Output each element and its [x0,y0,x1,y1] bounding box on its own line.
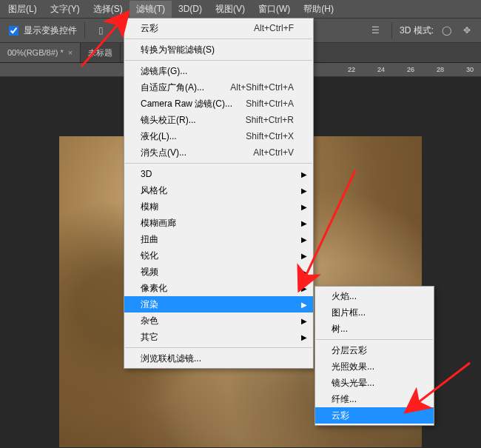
menu-item-shortcut: Shift+Ctrl+A [246,98,294,109]
submenu-item-flame[interactable]: 火焰... [315,288,434,304]
menu-item-label: 云彩 [332,409,349,422]
chevron-right-icon: ▶ [301,203,307,211]
transform-label: 显示变换控件 [24,24,77,37]
render-submenu: 火焰... 图片框... 树... 分层云彩 光照效果... 镜头光晕... 纤… [314,286,434,426]
menu-type[interactable]: 文字(Y) [44,1,87,18]
menu-item-vanishing-point[interactable]: 消失点(V)... Alt+Ctrl+V [124,144,313,161]
menu-layer[interactable]: 图层(L) [1,1,44,18]
submenu-item-difference-clouds[interactable]: 分层云彩 [315,342,434,358]
menu-help[interactable]: 帮助(H) [297,1,340,18]
mode-label: 3D 模式: [400,24,434,37]
menu-item-video[interactable]: 视频▶ [124,264,313,280]
submenu-item-tree[interactable]: 树... [315,321,434,337]
tab-document-1[interactable]: 00%(RGB/8#) * × [0,43,81,62]
align-left-icon[interactable]: ▯ [92,22,109,39]
orbit-icon[interactable]: ◯ [438,22,454,39]
menu-item-label: 3D [141,169,152,179]
menu-item-noise[interactable]: 杂色▶ [124,312,313,329]
menu-item-3d[interactable]: 3D▶ [124,166,313,182]
menu-item-label: 其它 [141,331,158,344]
menu-item-label: 杂色 [141,315,158,327]
menu-item-stylize[interactable]: 风格化▶ [124,182,313,198]
menu-item-label: 锐化 [141,250,158,262]
menubar: 图层(L) 文字(Y) 选择(S) 滤镜(T) 3D(D) 视图(V) 窗口(W… [0,0,481,19]
show-transform-controls-checkbox[interactable]: 显示变换控件 [6,24,77,38]
menu-item-label: 消失点(V)... [141,147,186,159]
chevron-right-icon: ▶ [301,170,307,178]
tab-label: 00%(RGB/8#) * [7,48,64,57]
ruler-tick: 30 [466,66,474,73]
menu-item-filter-gallery[interactable]: 滤镜库(G)... [124,63,313,79]
menu-item-label: 树... [332,323,348,335]
menu-item-label: 镜头光晕... [332,377,374,390]
chevron-right-icon: ▶ [301,317,307,325]
menu-item-label: 火焰... [332,290,357,303]
chevron-right-icon: ▶ [301,235,307,244]
menu-item-adaptive-wide-angle[interactable]: 自适应广角(A)... Alt+Shift+Ctrl+A [124,79,313,96]
chevron-right-icon: ▶ [301,268,307,276]
menu-item-shortcut: Alt+Shift+Ctrl+A [230,82,294,93]
close-icon[interactable]: × [68,48,73,57]
menu-item-label: 模糊画廊 [141,217,176,230]
menu-window[interactable]: 窗口(W) [252,1,297,18]
menu-item-label: 扭曲 [141,233,158,246]
menu-item-pixelate[interactable]: 像素化▶ [124,280,313,296]
menu-item-label: 液化(L)... [141,130,177,143]
submenu-item-clouds[interactable]: 云彩 [315,407,434,424]
menu-item-label: 渲染 [141,298,158,311]
ruler-tick: 28 [437,66,444,73]
menu-item-shortcut: Shift+Ctrl+R [246,115,294,125]
menu-item-shortcut: Alt+Ctrl+V [253,147,294,158]
menu-item-label: 浏览联机滤镜... [141,352,201,365]
menu-item-label: 滤镜库(G)... [141,65,187,78]
menu-item-render[interactable]: 渲染▶ [124,296,313,312]
menu-item-last-filter[interactable]: 云彩 Alt+Ctrl+F [124,20,313,36]
ruler-tick: 26 [407,66,414,73]
tab-label: 未标题 [88,47,112,58]
filter-menu: 云彩 Alt+Ctrl+F 转换为智能滤镜(S) 滤镜库(G)... 自适应广角… [124,18,314,369]
menu-item-distort[interactable]: 扭曲▶ [124,231,313,247]
align-icon[interactable]: ☰ [368,22,384,39]
menu-item-liquify[interactable]: 液化(L)... Shift+Ctrl+X [124,128,313,144]
menu-item-other[interactable]: 其它▶ [124,329,313,345]
menu-item-label: 光照效果... [332,361,374,373]
chevron-right-icon: ▶ [301,219,307,227]
menu-item-label: 视频 [141,266,158,278]
chevron-right-icon: ▶ [301,284,307,292]
menu-filter[interactable]: 滤镜(T) [130,1,172,18]
menu-item-blur-gallery[interactable]: 模糊画廊▶ [124,215,313,231]
menu-item-label: 像素化 [141,282,167,295]
menu-item-label: 转换为智能滤镜(S) [141,44,215,56]
menu-select[interactable]: 选择(S) [87,1,130,18]
menu-item-convert-smart[interactable]: 转换为智能滤镜(S) [124,41,313,58]
menu-item-browse-online[interactable]: 浏览联机滤镜... [124,350,313,367]
menu-item-lens-correction[interactable]: 镜头校正(R)... Shift+Ctrl+R [124,112,313,128]
chevron-right-icon: ▶ [301,333,307,341]
menu-item-label: 风格化 [141,184,167,197]
menu-item-sharpen[interactable]: 锐化▶ [124,247,313,264]
submenu-item-lighting-effects[interactable]: 光照效果... [315,358,434,375]
submenu-item-picture-frame[interactable]: 图片框... [315,304,434,321]
menu-item-camera-raw[interactable]: Camera Raw 滤镜(C)... Shift+Ctrl+A [124,96,313,112]
menu-view[interactable]: 视图(V) [209,1,252,18]
ruler-tick: 24 [377,66,385,73]
chevron-right-icon: ▶ [301,301,307,309]
menu-item-label: 图片框... [332,307,366,319]
menu-item-label: 纤维... [332,393,357,406]
submenu-item-lens-flare[interactable]: 镜头光晕... [315,375,434,391]
menu-item-blur[interactable]: 模糊▶ [124,198,313,215]
chevron-right-icon: ▶ [301,187,307,195]
ruler-tick: 22 [348,66,355,73]
menu-item-label: Camera Raw 滤镜(C)... [141,98,232,110]
menu-item-label: 模糊 [141,201,158,213]
menu-item-label: 云彩 [141,22,158,35]
menu-item-shortcut: Alt+Ctrl+F [254,23,294,33]
chevron-right-icon: ▶ [301,252,307,260]
submenu-item-fibers[interactable]: 纤维... [315,391,434,407]
menu-item-label: 镜头校正(R)... [141,114,196,127]
menu-3d[interactable]: 3D(D) [172,1,209,16]
tab-document-2[interactable]: 未标题 [81,43,121,62]
menu-item-label: 分层云彩 [332,344,367,357]
menu-item-label: 自适应广角(A)... [141,81,204,94]
pan-icon[interactable]: ✥ [459,22,475,39]
